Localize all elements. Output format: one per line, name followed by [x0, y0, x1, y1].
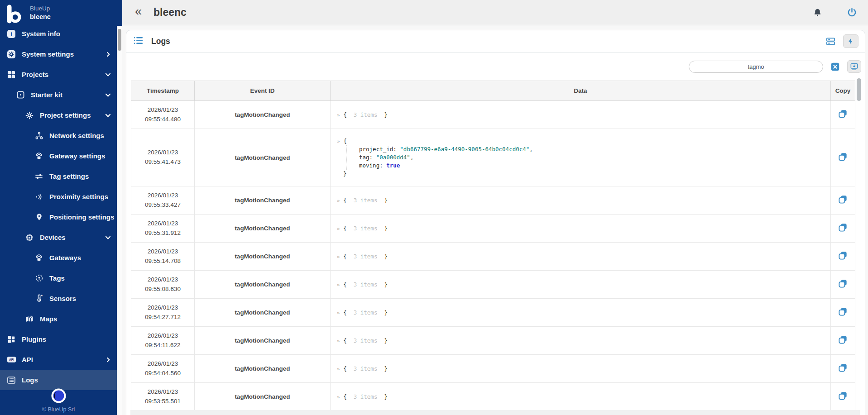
- plugins-icon: [6, 335, 16, 343]
- power-logout-icon[interactable]: [847, 7, 857, 18]
- copy-cell: [831, 186, 855, 215]
- sidebar-item-proximity-settings[interactable]: Proximity settings: [0, 186, 117, 207]
- download-icon: [850, 62, 858, 71]
- sidebar-item-positioning-settings[interactable]: Positioning settings: [0, 207, 117, 227]
- panel-title: Logs: [151, 37, 170, 46]
- expand-arrow-icon[interactable]: »: [337, 198, 340, 204]
- copyright-link[interactable]: © BlueUp Srl: [0, 406, 117, 413]
- expand-arrow-icon[interactable]: »: [337, 338, 340, 344]
- sidebar-item-project-settings[interactable]: Project settings: [0, 105, 117, 125]
- json-preview[interactable]: » { 3 items }: [337, 309, 830, 316]
- sidebar-item-plugins[interactable]: Plugins: [0, 329, 117, 349]
- table-body: 2026/01/2309:55:44.480tagMotionChanged» …: [131, 101, 855, 411]
- data-cell: » { 3 items }: [331, 383, 831, 411]
- timestamp-cell: 2026/01/2309:55:08.630: [131, 271, 195, 299]
- expand-arrow-icon[interactable]: »: [337, 226, 340, 232]
- sidebar-item-starter-kit[interactable]: Starter kit: [0, 85, 117, 105]
- copy-icon[interactable]: [838, 222, 848, 233]
- table-header-row: TimestampEvent IDDataCopy: [131, 81, 855, 101]
- collapse-arrow-icon[interactable]: »: [337, 138, 340, 144]
- event-id-cell: tagMotionChanged: [195, 243, 331, 271]
- json-field: project_id: "db667799-e6a9-4490-9005-64b…: [359, 145, 830, 153]
- table-scrollbar-thumb[interactable]: [857, 78, 861, 101]
- sidebar-scrollbar[interactable]: [117, 26, 122, 415]
- json-preview[interactable]: » { 3 items }: [337, 197, 830, 204]
- copy-icon[interactable]: [838, 109, 848, 119]
- collapse-sidebar-icon[interactable]: «: [135, 5, 142, 19]
- json-expanded[interactable]: » {project_id: "db667799-e6a9-4490-9005-…: [337, 137, 830, 178]
- sidebar-item-devices[interactable]: Devices: [0, 227, 117, 248]
- event-id-cell: tagMotionChanged: [195, 215, 331, 243]
- timestamp-cell: 2026/01/2309:54:04.560: [131, 355, 195, 383]
- gear-outline-icon: [24, 111, 34, 120]
- sidebar-footer: © BlueUp Srl: [0, 388, 117, 415]
- sidebar-item-gateways[interactable]: Gateways: [0, 248, 117, 268]
- clear-filter-button[interactable]: [831, 62, 839, 72]
- column-header-event-id: Event ID: [195, 81, 331, 101]
- json-preview[interactable]: » { 3 items }: [337, 225, 830, 232]
- log-row: 2026/01/2309:55:08.630tagMotionChanged» …: [131, 271, 855, 299]
- json-preview[interactable]: » { 3 items }: [337, 253, 830, 260]
- pin-icon: [34, 213, 44, 221]
- expand-arrow-icon[interactable]: »: [337, 282, 340, 288]
- live-stream-button[interactable]: [843, 34, 858, 48]
- copy-icon[interactable]: [838, 363, 848, 373]
- sidebar-nav: iSystem infoSystem settingsProjectsStart…: [0, 24, 117, 390]
- sidebar-item-tag-settings[interactable]: Tag settings: [0, 166, 117, 186]
- sidebar-item-system-info[interactable]: iSystem info: [0, 24, 117, 44]
- sidebar-item-label: Positioning settings: [49, 213, 114, 221]
- sidebar-item-tags[interactable]: Tags: [0, 268, 117, 288]
- chevron-right-icon[interactable]: [106, 52, 111, 57]
- expand-arrow-icon[interactable]: »: [337, 112, 340, 118]
- sidebar-item-maps[interactable]: Maps: [0, 309, 117, 329]
- sidebar-item-system-settings[interactable]: System settings: [0, 44, 117, 64]
- copy-icon[interactable]: [838, 278, 848, 289]
- antenna-icon: [34, 152, 44, 161]
- table-view-icon[interactable]: [825, 36, 836, 47]
- horizontal-scrollbar[interactable]: [130, 410, 860, 415]
- waves-icon: [34, 192, 44, 201]
- sidebar-item-label: System settings: [22, 50, 74, 58]
- expand-arrow-icon[interactable]: »: [337, 254, 340, 260]
- copy-icon[interactable]: [838, 391, 848, 401]
- copy-icon[interactable]: [838, 194, 848, 205]
- antenna-icon: [34, 253, 44, 262]
- json-preview[interactable]: » { 3 items }: [337, 365, 830, 372]
- chevron-down-icon[interactable]: [105, 112, 111, 118]
- sidebar-scrollbar-thumb[interactable]: [118, 29, 121, 51]
- copy-icon[interactable]: [838, 152, 848, 162]
- logs-table: TimestampEvent IDDataCopy 2026/01/2309:5…: [131, 81, 855, 411]
- copy-cell: [831, 271, 855, 299]
- expand-arrow-icon[interactable]: »: [337, 366, 340, 372]
- json-preview[interactable]: » { 3 items }: [337, 393, 830, 400]
- json-preview[interactable]: » { 3 items }: [337, 281, 830, 288]
- chevron-right-icon[interactable]: [106, 357, 111, 363]
- sidebar-item-gateway-settings[interactable]: Gateway settings: [0, 146, 117, 166]
- sidebar-item-label: Sensors: [49, 295, 76, 302]
- sidebar-item-logs[interactable]: Logs: [0, 370, 117, 390]
- copy-icon[interactable]: [838, 306, 848, 317]
- sidebar-item-api[interactable]: APIAPI: [0, 349, 117, 370]
- timestamp-cell: 2026/01/2309:55:33.427: [131, 186, 195, 215]
- export-logs-button[interactable]: [847, 60, 861, 73]
- sidebar-item-projects[interactable]: Projects: [0, 64, 117, 85]
- expand-arrow-icon[interactable]: »: [337, 394, 340, 400]
- json-preview[interactable]: » { 3 items }: [337, 111, 830, 118]
- chevron-down-icon[interactable]: [105, 92, 111, 98]
- log-row: 2026/01/2309:54:27.712tagMotionChanged» …: [131, 299, 855, 327]
- column-header-data: Data: [331, 81, 831, 101]
- copy-icon[interactable]: [838, 334, 848, 345]
- expand-arrow-icon[interactable]: »: [337, 310, 340, 316]
- square-dot-icon: [15, 91, 25, 99]
- lightning-bolt-icon: [847, 38, 854, 45]
- notifications-bell-icon[interactable]: [813, 8, 822, 17]
- sidebar-item-network-settings[interactable]: Network settings: [0, 125, 117, 146]
- sidebar-item-label: Project settings: [40, 111, 91, 119]
- chevron-down-icon[interactable]: [105, 234, 111, 240]
- chevron-down-icon[interactable]: [105, 72, 111, 77]
- event-id-cell: tagMotionChanged: [195, 186, 331, 215]
- sidebar-item-sensors[interactable]: *Sensors: [0, 288, 117, 309]
- search-input[interactable]: [689, 61, 823, 73]
- copy-icon[interactable]: [838, 250, 848, 261]
- json-preview[interactable]: » { 3 items }: [337, 337, 830, 344]
